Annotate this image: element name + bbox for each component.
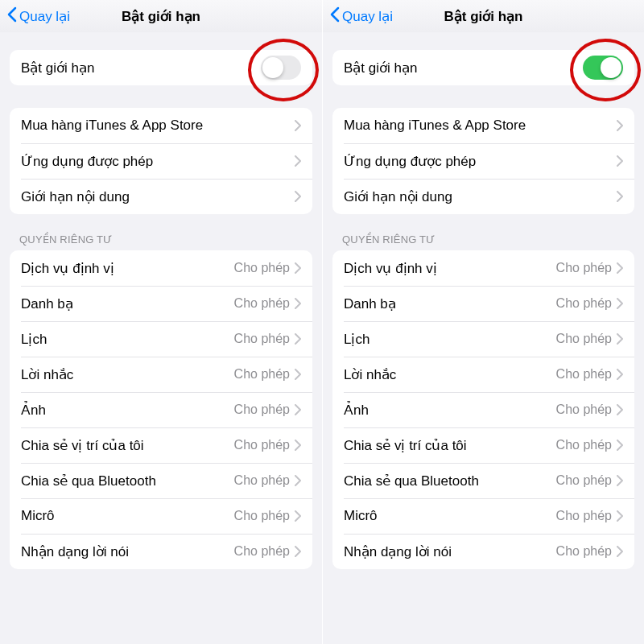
list-item[interactable]: Lời nhắc Cho phép	[332, 357, 634, 392]
item-label: Nhận dạng lời nói	[344, 543, 556, 560]
list-item[interactable]: Danh bạ Cho phép	[332, 286, 634, 321]
chevron-right-icon	[617, 440, 623, 451]
chevron-right-icon	[617, 369, 623, 380]
toggle-label: Bật giới hạn	[344, 60, 583, 76]
item-label: Chia sẻ qua Bluetooth	[344, 473, 556, 489]
item-value: Cho phép	[234, 332, 290, 346]
chevron-left-icon	[6, 6, 18, 27]
list-item[interactable]: Ảnh Cho phép	[332, 392, 634, 427]
item-value: Cho phép	[234, 261, 290, 275]
section-header-privacy: QUYỀN RIÊNG TƯ	[19, 233, 303, 246]
store-group: Mua hàng iTunes & App Store Ứng dụng đượ…	[332, 108, 634, 214]
list-item[interactable]: Giới hạn nội dung	[332, 179, 634, 214]
chevron-right-icon	[617, 262, 623, 274]
item-label: Micrô	[344, 508, 556, 524]
nav-header: Quay lại Bật giới hạn	[0, 0, 322, 32]
list-item[interactable]: Nhận dạng lời nói Cho phép	[10, 534, 312, 569]
list-item[interactable]: Ảnh Cho phép	[10, 392, 312, 427]
section-header-privacy: QUYỀN RIÊNG TƯ	[342, 233, 625, 246]
list-item[interactable]: Chia sẻ qua Bluetooth Cho phép	[332, 463, 634, 498]
list-item[interactable]: Ứng dụng được phép	[10, 143, 312, 179]
restrictions-toggle-row[interactable]: Bật giới hạn	[332, 50, 634, 85]
chevron-right-icon	[295, 155, 301, 167]
back-label: Quay lại	[19, 8, 70, 25]
list-item[interactable]: Lịch Cho phép	[332, 321, 634, 357]
store-group: Mua hàng iTunes & App Store Ứng dụng đượ…	[10, 108, 312, 214]
list-item[interactable]: Chia sẻ vị trí của tôi Cho phép	[332, 427, 634, 463]
restrictions-toggle[interactable]	[583, 56, 623, 80]
back-button[interactable]: Quay lại	[329, 6, 393, 27]
item-label: Danh bạ	[21, 295, 234, 312]
item-value: Cho phép	[556, 473, 612, 488]
chevron-right-icon	[617, 298, 623, 309]
item-value: Cho phép	[556, 296, 612, 311]
item-value: Cho phép	[556, 438, 612, 452]
item-label: Lịch	[344, 331, 556, 348]
chevron-right-icon	[295, 369, 301, 380]
item-label: Danh bạ	[344, 295, 556, 312]
item-label: Micrô	[21, 508, 234, 524]
item-value: Cho phép	[234, 367, 290, 382]
item-value: Cho phép	[234, 473, 290, 488]
chevron-right-icon	[295, 510, 301, 522]
item-value: Cho phép	[556, 544, 612, 559]
privacy-group: Dịch vụ định vị Cho phép Danh bạ Cho phé…	[332, 250, 634, 569]
list-item[interactable]: Dịch vụ định vị Cho phép	[332, 250, 634, 286]
chevron-right-icon	[617, 120, 623, 131]
list-item[interactable]: Dịch vụ định vị Cho phép	[10, 250, 312, 286]
pane-right: Quay lại Bật giới hạn Bật giới hạn Mua h…	[322, 0, 644, 644]
item-value: Cho phép	[556, 509, 612, 523]
chevron-right-icon	[295, 333, 301, 345]
chevron-right-icon	[295, 120, 301, 131]
list-item[interactable]: Mua hàng iTunes & App Store	[10, 108, 312, 143]
item-label: Ảnh	[21, 402, 234, 419]
restrictions-toggle-row[interactable]: Bật giới hạn	[10, 50, 312, 85]
chevron-right-icon	[617, 546, 623, 557]
item-label: Giới hạn nội dung	[21, 188, 295, 205]
pane-left: Quay lại Bật giới hạn Bật giới hạn Mua h…	[0, 0, 322, 644]
item-value: Cho phép	[556, 367, 612, 382]
list-item[interactable]: Micrô Cho phép	[10, 498, 312, 534]
item-value: Cho phép	[234, 438, 290, 452]
chevron-left-icon	[329, 6, 341, 27]
list-item[interactable]: Micrô Cho phép	[332, 498, 634, 534]
item-value: Cho phép	[234, 402, 290, 417]
item-label: Nhận dạng lời nói	[21, 543, 234, 560]
list-item[interactable]: Giới hạn nội dung	[10, 179, 312, 214]
item-value: Cho phép	[234, 544, 290, 559]
list-item[interactable]: Danh bạ Cho phép	[10, 286, 312, 321]
toggle-knob	[601, 57, 621, 78]
item-label: Ảnh	[344, 402, 556, 419]
list-item[interactable]: Lịch Cho phép	[10, 321, 312, 357]
item-value: Cho phép	[234, 296, 290, 311]
chevron-right-icon	[617, 475, 623, 486]
back-button[interactable]: Quay lại	[6, 6, 70, 27]
toggle-label: Bật giới hạn	[21, 60, 261, 76]
chevron-right-icon	[617, 404, 623, 415]
list-item[interactable]: Nhận dạng lời nói Cho phép	[332, 534, 634, 569]
chevron-right-icon	[617, 191, 623, 202]
item-label: Lời nhắc	[21, 366, 234, 383]
item-label: Dịch vụ định vị	[21, 260, 234, 277]
item-label: Mua hàng iTunes & App Store	[344, 118, 617, 134]
item-value: Cho phép	[556, 332, 612, 346]
restrictions-toggle[interactable]	[261, 56, 301, 80]
item-label: Lời nhắc	[344, 366, 556, 383]
list-item[interactable]: Chia sẻ qua Bluetooth Cho phép	[10, 463, 312, 498]
back-label: Quay lại	[342, 8, 393, 25]
chevron-right-icon	[295, 404, 301, 415]
list-item[interactable]: Ứng dụng được phép	[332, 143, 634, 179]
item-value: Cho phép	[556, 402, 612, 417]
item-label: Mua hàng iTunes & App Store	[21, 118, 295, 134]
item-label: Ứng dụng được phép	[344, 153, 617, 170]
chevron-right-icon	[295, 440, 301, 451]
item-label: Chia sẻ vị trí của tôi	[21, 437, 234, 454]
list-item[interactable]: Lời nhắc Cho phép	[10, 357, 312, 392]
chevron-right-icon	[617, 155, 623, 167]
list-item[interactable]: Chia sẻ vị trí của tôi Cho phép	[10, 427, 312, 463]
chevron-right-icon	[295, 546, 301, 557]
item-value: Cho phép	[556, 261, 612, 275]
list-item[interactable]: Mua hàng iTunes & App Store	[332, 108, 634, 143]
chevron-right-icon	[617, 333, 623, 345]
chevron-right-icon	[295, 475, 301, 486]
